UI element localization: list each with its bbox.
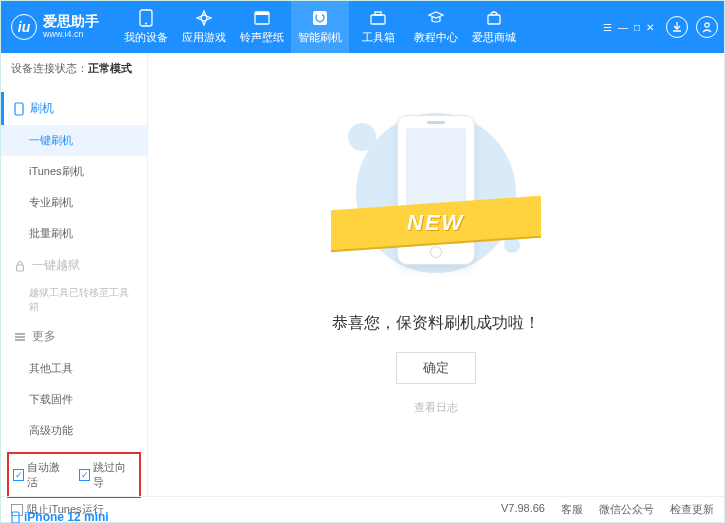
checkbox-empty-icon xyxy=(11,504,23,516)
nav-ringtones[interactable]: 铃声壁纸 xyxy=(233,1,291,53)
titlebar: iu 爱思助手 www.i4.cn 我的设备 应用游戏 铃声壁纸 智能刷机 xyxy=(1,1,724,53)
maximize-icon[interactable]: □ xyxy=(634,22,640,33)
section-jailbreak: 一键越狱 xyxy=(1,249,147,282)
svg-point-8 xyxy=(705,23,709,27)
view-log-link[interactable]: 查看日志 xyxy=(414,400,458,415)
titlebar-right: ☰ — □ ✕ xyxy=(603,16,718,38)
store-icon xyxy=(485,9,503,27)
sidebar-item-other-tools[interactable]: 其他工具 xyxy=(1,353,147,384)
conn-label: 设备连接状态： xyxy=(11,62,88,74)
section-more[interactable]: 更多 xyxy=(1,320,147,353)
service-link[interactable]: 客服 xyxy=(561,502,583,517)
wallpaper-icon xyxy=(253,9,271,27)
flash-options-highlight: ✓ 自动激活 ✓ 跳过向导 xyxy=(7,452,141,498)
brand-url: www.i4.cn xyxy=(43,30,99,40)
conn-value: 正常模式 xyxy=(88,62,132,74)
svg-rect-5 xyxy=(371,15,385,24)
statusbar: 阻止iTunes运行 V7.98.66 客服 微信公众号 检查更新 xyxy=(1,496,724,522)
checkmark-icon: ✓ xyxy=(13,469,24,481)
nav-label: 爱思商城 xyxy=(472,30,516,45)
minimize-icon[interactable]: — xyxy=(618,22,628,33)
nav-label: 教程中心 xyxy=(414,30,458,45)
section-flash[interactable]: 刷机 xyxy=(1,92,147,125)
main-content: NEW 恭喜您，保资料刷机成功啦！ 确定 查看日志 xyxy=(148,53,724,496)
success-message: 恭喜您，保资料刷机成功啦！ xyxy=(332,313,540,334)
svg-rect-10 xyxy=(17,265,24,271)
menu-icon[interactable]: ☰ xyxy=(603,22,612,33)
section-title: 一键越狱 xyxy=(32,257,80,274)
sidebar-item-itunes-flash[interactable]: iTunes刷机 xyxy=(1,156,147,187)
brand-logo-icon: iu xyxy=(11,14,37,40)
checkmark-icon: ✓ xyxy=(79,469,90,481)
version-label: V7.98.66 xyxy=(501,502,545,517)
nav-apps-games[interactable]: 应用游戏 xyxy=(175,1,233,53)
sidebar-item-batch-flash[interactable]: 批量刷机 xyxy=(1,218,147,249)
checkbox-label: 跳过向导 xyxy=(93,460,135,490)
nav-toolbox[interactable]: 工具箱 xyxy=(349,1,407,53)
svg-rect-3 xyxy=(255,12,269,15)
window-controls: ☰ — □ ✕ xyxy=(603,22,654,33)
connection-status: 设备连接状态：正常模式 xyxy=(1,53,147,84)
checkbox-label: 自动激活 xyxy=(27,460,69,490)
close-icon[interactable]: ✕ xyxy=(646,22,654,33)
nav-label: 应用游戏 xyxy=(182,30,226,45)
checkbox-block-itunes[interactable]: 阻止iTunes运行 xyxy=(11,502,104,517)
check-update-link[interactable]: 检查更新 xyxy=(670,502,714,517)
nav-store[interactable]: 爱思商城 xyxy=(465,1,523,53)
sidebar-item-download-firmware[interactable]: 下载固件 xyxy=(1,384,147,415)
body: 设备连接状态：正常模式 刷机 一键刷机 iTunes刷机 专业刷机 批量刷机 一… xyxy=(1,53,724,496)
nav-my-device[interactable]: 我的设备 xyxy=(117,1,175,53)
nav-tabs: 我的设备 应用游戏 铃声壁纸 智能刷机 工具箱 教程中心 xyxy=(117,1,523,53)
apps-icon xyxy=(195,9,213,27)
nav-smart-flash[interactable]: 智能刷机 xyxy=(291,1,349,53)
confirm-button[interactable]: 确定 xyxy=(396,352,476,384)
sidebar-item-advanced[interactable]: 高级功能 xyxy=(1,415,147,446)
checkbox-auto-activate[interactable]: ✓ 自动激活 xyxy=(13,460,69,490)
nav-label: 铃声壁纸 xyxy=(240,30,284,45)
checkbox-skip-guide[interactable]: ✓ 跳过向导 xyxy=(79,460,135,490)
lock-icon xyxy=(14,260,26,272)
jailbreak-note: 越狱工具已转移至工具箱 xyxy=(29,286,137,314)
tutorial-icon xyxy=(427,9,445,27)
section-title: 刷机 xyxy=(30,100,54,117)
checkbox-label: 阻止iTunes运行 xyxy=(27,502,104,517)
success-illustration: NEW xyxy=(356,93,516,283)
sidebar-item-pro-flash[interactable]: 专业刷机 xyxy=(1,187,147,218)
svg-rect-4 xyxy=(313,11,327,25)
section-title: 更多 xyxy=(32,328,56,345)
phone-icon xyxy=(137,9,155,27)
user-button[interactable] xyxy=(696,16,718,38)
brand-name: 爱思助手 xyxy=(43,14,99,29)
nav-label: 智能刷机 xyxy=(298,30,342,45)
brand: iu 爱思助手 www.i4.cn xyxy=(11,14,99,40)
nav-label: 我的设备 xyxy=(124,30,168,45)
svg-rect-7 xyxy=(488,15,500,24)
sidebar-item-oneclick-flash[interactable]: 一键刷机 xyxy=(1,125,147,156)
more-sublist: 其他工具 下载固件 高级功能 xyxy=(1,353,147,446)
svg-rect-9 xyxy=(15,103,23,115)
toolbox-icon xyxy=(369,9,387,27)
nav-tutorials[interactable]: 教程中心 xyxy=(407,1,465,53)
ribbon-text: NEW xyxy=(407,210,464,236)
app-window: iu 爱思助手 www.i4.cn 我的设备 应用游戏 铃声壁纸 智能刷机 xyxy=(0,0,725,523)
sidebar: 设备连接状态：正常模式 刷机 一键刷机 iTunes刷机 专业刷机 批量刷机 一… xyxy=(1,53,148,496)
wechat-link[interactable]: 微信公众号 xyxy=(599,502,654,517)
nav-label: 工具箱 xyxy=(362,30,395,45)
phone-small-icon xyxy=(14,102,24,116)
svg-rect-6 xyxy=(375,12,381,15)
more-icon xyxy=(14,332,26,342)
flash-sublist: 一键刷机 iTunes刷机 专业刷机 批量刷机 xyxy=(1,125,147,249)
flash-icon xyxy=(311,9,329,27)
svg-point-1 xyxy=(145,23,147,25)
download-button[interactable] xyxy=(666,16,688,38)
